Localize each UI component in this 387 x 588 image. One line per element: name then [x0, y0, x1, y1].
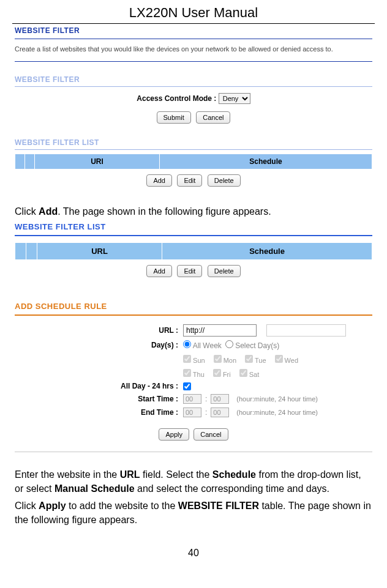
wf-list-section-2: WEBSITE FILTER LIST URL Schedule Add Edi… — [15, 222, 372, 452]
cancel-button[interactable]: Cancel — [196, 111, 230, 124]
select-days-radio[interactable]: Select Day(s) — [225, 340, 279, 350]
all-week-radio[interactable]: All Week — [183, 340, 222, 350]
wf-header: WEBSITE FILTER — [15, 26, 372, 39]
day-mon[interactable]: Mon — [214, 355, 236, 364]
end-time-label: End Time : — [15, 408, 183, 417]
edit-button[interactable]: Edit — [177, 174, 202, 187]
col-blank — [15, 154, 25, 169]
instruction-2: Enter the website in the URL field. Sele… — [15, 468, 372, 496]
add-button[interactable]: Add — [146, 174, 172, 187]
website-filter-section: WEBSITE FILTER Create a list of websites… — [15, 26, 372, 187]
add-button-2[interactable]: Add — [146, 265, 172, 277]
col-blank — [25, 154, 35, 169]
url-label: URL : — [15, 326, 183, 335]
days-label: Day(s) : — [15, 341, 183, 349]
col-uri: URI — [35, 154, 160, 169]
url-input-2[interactable] — [266, 324, 346, 337]
start-time-label: Start Time : — [15, 395, 183, 403]
wf-list-table: URI Schedule — [15, 154, 372, 169]
time-hint-2: (hour:minute, 24 hour time) — [236, 409, 318, 416]
submit-button[interactable]: Submit — [157, 111, 191, 124]
wf2-header: WEBSITE FILTER LIST — [15, 222, 372, 236]
apply-button[interactable]: Apply — [159, 428, 189, 441]
col-schedule: Schedule — [162, 243, 372, 260]
col-blank — [15, 243, 26, 260]
col-url: URL — [37, 243, 162, 260]
rule-form: URL : Day(s) : All Week Select Day(s) Su… — [15, 324, 372, 441]
end-hour[interactable] — [183, 408, 201, 417]
acm-select[interactable]: Deny — [219, 93, 250, 104]
delete-button[interactable]: Delete — [208, 174, 241, 187]
cancel-button-2[interactable]: Cancel — [194, 428, 228, 441]
start-min[interactable] — [211, 394, 229, 404]
wf2-table: URL Schedule — [15, 242, 372, 260]
end-min[interactable] — [211, 408, 229, 417]
day-thu[interactable]: Thu — [183, 369, 205, 378]
instruction-1: Click Add. The page shown in the followi… — [15, 205, 372, 218]
instruction-3: Click Apply to add the website to the WE… — [15, 499, 372, 527]
allday-checkbox[interactable] — [183, 382, 191, 390]
acm-label: Access Control Mode : — [137, 94, 216, 103]
add-rule-header: ADD SCHEDULE RULE — [15, 302, 372, 316]
wf-subheader: WEBSITE FILTER — [15, 75, 372, 87]
edit-button-2[interactable]: Edit — [177, 265, 202, 277]
col-blank — [26, 243, 37, 260]
start-hour[interactable] — [183, 394, 201, 404]
day-sat[interactable]: Sat — [239, 369, 260, 378]
col-schedule: Schedule — [160, 154, 372, 169]
day-tue[interactable]: Tue — [245, 355, 266, 364]
page-title: LX220N User Manual — [12, 5, 375, 24]
page-number: 40 — [15, 548, 372, 559]
time-hint: (hour:minute, 24 hour time) — [236, 395, 318, 403]
allday-label: All Day - 24 hrs : — [15, 382, 183, 390]
day-fri[interactable]: Fri — [213, 369, 231, 378]
wf-desc: Create a list of websites that you would… — [15, 45, 372, 62]
url-input[interactable] — [183, 324, 257, 337]
day-wed[interactable]: Wed — [275, 355, 298, 364]
day-sun[interactable]: Sun — [183, 355, 205, 364]
wf-list-header: WEBSITE FILTER LIST — [15, 138, 372, 150]
delete-button-2[interactable]: Delete — [208, 265, 241, 277]
